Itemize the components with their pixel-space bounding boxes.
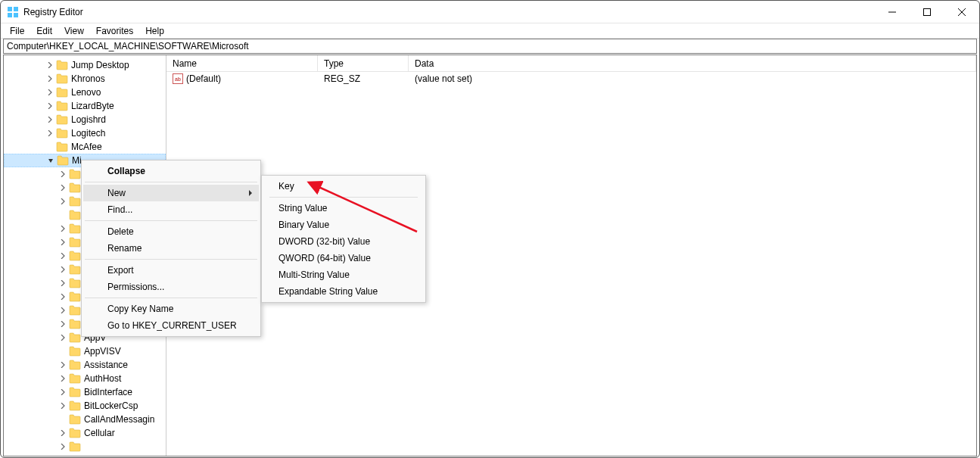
menu-file[interactable]: File xyxy=(4,24,30,38)
tree-item[interactable]: BidInterface xyxy=(4,385,166,399)
chevron-icon[interactable] xyxy=(58,319,67,329)
value-type: REG_SZ xyxy=(318,73,409,84)
tree-item[interactable]: Lenovo xyxy=(4,86,166,99)
svg-rect-0 xyxy=(8,7,12,11)
menu-help[interactable]: Help xyxy=(139,24,170,38)
tree-label: Cellular xyxy=(84,428,115,438)
chevron-icon[interactable] xyxy=(45,74,54,83)
chevron-icon[interactable] xyxy=(45,115,54,124)
tree-item[interactable]: BitLockerCsp xyxy=(4,399,166,413)
menu-view[interactable]: View xyxy=(58,24,90,38)
chevron-icon[interactable] xyxy=(58,292,67,301)
chevron-icon[interactable] xyxy=(58,360,67,369)
submenu-arrow-icon xyxy=(248,189,253,198)
ctx-export[interactable]: Export xyxy=(83,262,259,279)
sub-key[interactable]: Key xyxy=(263,178,424,195)
chevron-icon[interactable] xyxy=(58,415,67,424)
chevron-icon[interactable] xyxy=(45,142,54,151)
chevron-icon[interactable] xyxy=(58,224,67,233)
menu-edit[interactable]: Edit xyxy=(30,24,58,38)
address-text: Computer\HKEY_LOCAL_MACHINE\SOFTWARE\Mic… xyxy=(7,41,249,51)
address-bar[interactable]: Computer\HKEY_LOCAL_MACHINE\SOFTWARE\Mic… xyxy=(3,39,977,54)
ctx-label: Find... xyxy=(107,204,132,215)
app-icon xyxy=(7,6,19,18)
tree-label: Khronos xyxy=(71,73,105,84)
tree-label: Logitech xyxy=(71,128,105,139)
tree-item[interactable]: LizardByte xyxy=(4,99,166,113)
tree-item[interactable]: Khronos xyxy=(4,72,166,86)
ctx-delete[interactable]: Delete xyxy=(83,223,259,240)
sub-expandable-string-value[interactable]: Expandable String Value xyxy=(263,283,424,300)
chevron-icon[interactable] xyxy=(58,210,67,220)
chevron-icon[interactable] xyxy=(58,265,67,274)
titlebar: Registry Editor xyxy=(1,1,979,23)
ctx-label: Copy Key Name xyxy=(107,304,173,314)
menu-separator xyxy=(85,259,257,260)
chevron-icon[interactable] xyxy=(58,374,67,383)
tree-item[interactable] xyxy=(4,440,166,453)
menu-separator xyxy=(85,182,257,182)
tree-item[interactable]: McAfee xyxy=(4,140,166,154)
tree-item[interactable]: Logishrd xyxy=(4,113,166,126)
sub-string-value[interactable]: String Value xyxy=(263,200,424,217)
sub-binary-value[interactable]: Binary Value xyxy=(263,217,424,233)
ctx-label: Collapse xyxy=(107,166,145,176)
tree-item[interactable]: AuthHost xyxy=(4,372,166,385)
ctx-label: Rename xyxy=(107,243,142,254)
chevron-icon[interactable] xyxy=(45,101,54,111)
ctx-go-to-hkey-current-user[interactable]: Go to HKEY_CURRENT_USER xyxy=(83,317,259,334)
sub-multi-string-value[interactable]: Multi-String Value xyxy=(263,266,424,283)
chevron-icon[interactable] xyxy=(58,347,67,356)
tree-item[interactable]: Logitech xyxy=(4,126,166,140)
tree-item[interactable]: CallAndMessagin xyxy=(4,413,166,426)
chevron-icon[interactable] xyxy=(58,251,67,260)
sub-qword-64-bit-value[interactable]: QWORD (64-bit) Value xyxy=(263,250,424,266)
window-controls xyxy=(875,1,979,23)
chevron-icon[interactable] xyxy=(58,388,67,397)
chevron-icon[interactable] xyxy=(45,129,54,138)
chevron-icon[interactable] xyxy=(58,428,67,438)
list-header: Name Type Data xyxy=(166,55,976,72)
ctx-label: Export xyxy=(107,265,134,276)
ctx-find-[interactable]: Find... xyxy=(83,201,259,218)
chevron-icon[interactable] xyxy=(58,279,67,288)
maximize-button[interactable] xyxy=(910,1,944,23)
tree-label: CallAndMessagin xyxy=(84,414,154,425)
svg-rect-3 xyxy=(14,13,18,17)
list-row[interactable]: ab(Default)REG_SZ(value not set) xyxy=(166,72,976,86)
col-type[interactable]: Type xyxy=(318,55,409,71)
tree-label: Mi xyxy=(72,155,82,166)
tree-item[interactable]: AppVISV xyxy=(4,344,166,358)
ctx-rename[interactable]: Rename xyxy=(83,240,259,257)
col-name[interactable]: Name xyxy=(166,55,318,71)
ctx-copy-key-name[interactable]: Copy Key Name xyxy=(83,301,259,317)
chevron-icon[interactable] xyxy=(58,333,67,342)
chevron-icon[interactable] xyxy=(58,170,67,179)
menu-separator xyxy=(85,298,257,298)
close-button[interactable] xyxy=(944,1,979,23)
chevron-icon[interactable] xyxy=(45,61,54,70)
ctx-collapse[interactable]: Collapse xyxy=(83,163,259,179)
col-data[interactable]: Data xyxy=(409,55,976,71)
ctx-permissions-[interactable]: Permissions... xyxy=(83,279,259,295)
minimize-button[interactable] xyxy=(875,1,910,23)
tree-item[interactable]: Jump Desktop xyxy=(4,58,166,72)
chevron-icon[interactable] xyxy=(58,401,67,410)
chevron-icon[interactable] xyxy=(58,306,67,315)
sub-dword-32-bit-value[interactable]: DWORD (32-bit) Value xyxy=(263,233,424,250)
tree-item[interactable]: Cellular xyxy=(4,426,166,440)
chevron-icon[interactable] xyxy=(58,183,67,192)
ctx-label: New xyxy=(107,188,126,198)
value-data: (value not set) xyxy=(409,73,976,84)
tree-label: Jump Desktop xyxy=(71,60,129,70)
submenu-new: KeyString ValueBinary ValueDWORD (32-bit… xyxy=(261,175,426,303)
chevron-icon[interactable] xyxy=(46,156,55,165)
chevron-icon[interactable] xyxy=(58,442,67,451)
tree-item[interactable]: Assistance xyxy=(4,358,166,372)
chevron-icon[interactable] xyxy=(58,238,67,247)
string-value-icon: ab xyxy=(173,73,183,84)
menu-favorites[interactable]: Favorites xyxy=(90,24,139,38)
chevron-icon[interactable] xyxy=(58,197,67,206)
ctx-new[interactable]: New xyxy=(83,185,259,201)
chevron-icon[interactable] xyxy=(45,88,54,97)
